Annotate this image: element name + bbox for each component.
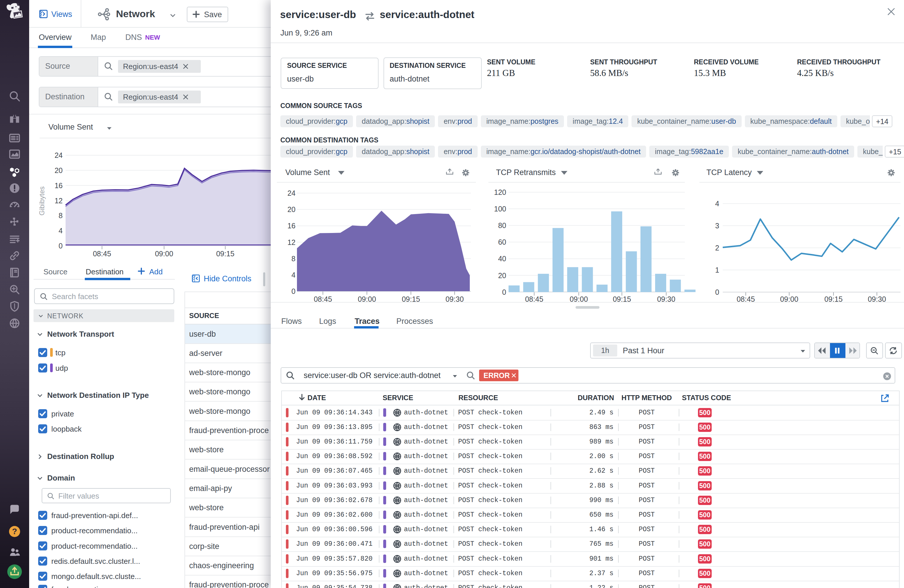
svg-text:80: 80 [498,221,506,230]
svg-text:24: 24 [54,151,63,159]
svg-text:0: 0 [715,288,719,296]
svg-text:12: 12 [288,238,296,246]
svg-text:09:15: 09:15 [216,250,235,258]
svg-text:2: 2 [715,244,719,252]
svg-text:8: 8 [291,255,296,263]
svg-text:Volume Sent: Volume Sent [285,168,330,177]
svg-text:16: 16 [288,222,296,230]
svg-text:Gibibytes: Gibibytes [38,186,46,216]
svg-text:120: 120 [494,188,506,196]
svg-text:TCP Retransmits: TCP Retransmits [496,168,556,177]
svg-text:0: 0 [58,242,63,250]
svg-text:0: 0 [502,288,506,296]
svg-text:20: 20 [288,205,296,213]
svg-text:40: 40 [498,255,506,263]
svg-text:100: 100 [494,205,506,213]
svg-text:3: 3 [715,222,719,230]
svg-text:1: 1 [715,266,719,274]
svg-text:24: 24 [288,189,296,197]
svg-text:0: 0 [291,287,296,295]
svg-text:20: 20 [498,271,506,280]
svg-text:8: 8 [58,211,63,219]
svg-text:4: 4 [291,271,296,279]
svg-text:20: 20 [54,166,63,175]
svg-text:12: 12 [54,197,63,205]
svg-text:4: 4 [58,227,63,235]
svg-text:09:00: 09:00 [155,250,174,258]
svg-text:08:45: 08:45 [93,250,111,258]
svg-text:60: 60 [498,238,506,246]
svg-text:TCP Latency: TCP Latency [706,168,752,177]
svg-text:16: 16 [54,181,63,189]
svg-text:4: 4 [715,200,719,208]
